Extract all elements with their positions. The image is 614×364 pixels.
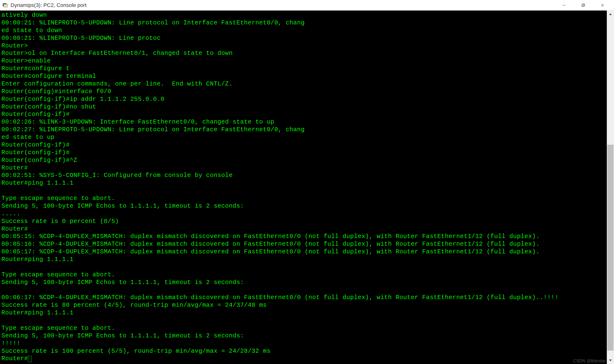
terminal-line: Success rate is 80 percent (4/5), round-… bbox=[1, 301, 605, 309]
scroll-down-arrow[interactable] bbox=[607, 357, 614, 364]
terminal-line: Router#ping 1.1.1.1 bbox=[1, 256, 605, 263]
minimize-button[interactable] bbox=[555, 0, 574, 11]
window-title: Dynamips(3): PC2, Console port bbox=[11, 2, 555, 8]
svg-marker-8 bbox=[609, 13, 612, 15]
terminal-line: Type escape sequence to abort. bbox=[1, 195, 605, 202]
terminal-line: Router(config)#interface f0/0 bbox=[1, 88, 605, 96]
terminal-line: Success rate is 100 percent (5/5), round… bbox=[1, 348, 605, 355]
svg-marker-9 bbox=[609, 359, 612, 361]
terminal-line: Router#ping 1.1.1.1 bbox=[1, 179, 605, 187]
terminal-line: 00:05:15: %CDP-4-DUPLEX_MISMATCH: duplex… bbox=[1, 233, 605, 240]
svg-rect-1 bbox=[4, 4, 8, 7]
terminal-line: Router(config-if)# bbox=[1, 149, 605, 157]
terminal-line: 00:00:21: %LINEPROTO-5-UPDOWN: Line prot… bbox=[1, 35, 605, 42]
terminal-line: Success rate is 0 percent (0/5) bbox=[1, 218, 605, 225]
terminal-line: Type escape sequence to abort. bbox=[1, 325, 605, 332]
terminal-line: Router(config-if)# bbox=[1, 141, 605, 149]
terminal-line: Sending 5, 100-byte ICMP Echos to 1.1.1.… bbox=[1, 202, 605, 210]
terminal-prompt-line: Router# bbox=[1, 355, 605, 363]
terminal-line: Router# bbox=[1, 225, 605, 233]
terminal-line: ed state to up bbox=[1, 134, 605, 141]
terminal-line: 00:00:21: %LINEPROTO-5-UPDOWN: Line prot… bbox=[1, 19, 605, 27]
terminal-output[interactable]: atively down00:00:21: %LINEPROTO-5-UPDOW… bbox=[0, 11, 607, 364]
terminal-line: Router(config-if)# bbox=[1, 111, 605, 118]
terminal-line: Router>ol on Interface FastEthernet0/1, … bbox=[1, 50, 605, 57]
terminal-line: 00:02:26: %LINK-3-UPDOWN: Interface Fast… bbox=[1, 118, 605, 126]
terminal-line bbox=[1, 187, 605, 195]
terminal-line: Router(config-if)#no shut bbox=[1, 103, 605, 111]
terminal-line: Router# bbox=[1, 164, 605, 172]
terminal-line: !!!!! bbox=[1, 340, 605, 348]
terminal-line: Router#ping 1.1.1.1 bbox=[1, 309, 605, 317]
terminal-line: Type escape sequence to abort. bbox=[1, 271, 605, 279]
terminal-line: Sending 5, 100-byte ICMP Echos to 1.1.1.… bbox=[1, 279, 605, 286]
maximize-button[interactable] bbox=[574, 0, 593, 11]
terminal-line: Router#configure t bbox=[1, 65, 605, 73]
terminal-line: Router#configure terminal bbox=[1, 73, 605, 80]
terminal-line: Router(config-if)#ip addr 1.1.1.2 255.0.… bbox=[1, 96, 605, 103]
terminal-line: Router> bbox=[1, 42, 605, 50]
terminal-container: atively down00:00:21: %LINEPROTO-5-UPDOW… bbox=[0, 11, 614, 364]
close-button[interactable] bbox=[593, 0, 612, 11]
terminal-line bbox=[1, 263, 605, 271]
app-icon bbox=[2, 2, 9, 9]
terminal-line: Router>enable bbox=[1, 57, 605, 65]
terminal-line bbox=[1, 317, 605, 325]
terminal-line: Sending 5, 100-byte ICMP Echos to 1.1.1.… bbox=[1, 332, 605, 340]
terminal-line: 00:02:51: %SYS-5-CONFIG_I: Configured fr… bbox=[1, 172, 605, 179]
terminal-line: 00:05:17: %CDP-4-DUPLEX_MISMATCH: duplex… bbox=[1, 248, 605, 256]
scrollbar-track[interactable] bbox=[607, 11, 614, 364]
terminal-line: Router(config-if)#^Z bbox=[1, 157, 605, 164]
title-bar: Dynamips(3): PC2, Console port bbox=[0, 0, 614, 11]
terminal-line: 00:06:17: %CDP-4-DUPLEX_MISMATCH: duplex… bbox=[1, 294, 605, 301]
terminal-line bbox=[1, 286, 605, 294]
terminal-line: atively down bbox=[1, 12, 605, 19]
terminal-line: 00:02:27: %LINEPROTO-5-UPDOWN: Line prot… bbox=[1, 126, 605, 134]
terminal-cursor bbox=[28, 356, 31, 362]
scrollbar-thumb[interactable] bbox=[607, 145, 614, 351]
terminal-line: 00:05:16: %CDP-4-DUPLEX_MISMATCH: duplex… bbox=[1, 240, 605, 248]
watermark: CSDN @Marsba bbox=[573, 359, 605, 364]
terminal-line: ed state to down bbox=[1, 27, 605, 35]
scroll-up-arrow[interactable] bbox=[607, 11, 614, 18]
terminal-line: ..... bbox=[1, 210, 605, 218]
window-controls bbox=[555, 0, 612, 11]
terminal-line: Enter configuration commands, one per li… bbox=[1, 80, 605, 88]
